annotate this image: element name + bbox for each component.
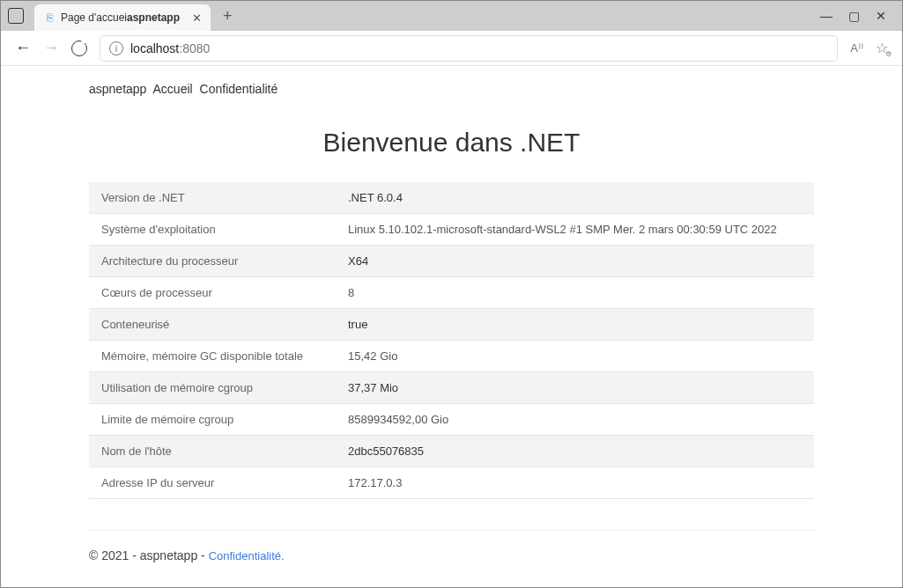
- row-key: Mémoire, mémoire GC disponible totale: [89, 341, 336, 372]
- footer-privacy-link[interactable]: Confidentialité.: [209, 549, 285, 562]
- row-value: 37,37 Mio: [336, 372, 814, 404]
- footer: © 2021 - aspnetapp - Confidentialité.: [89, 530, 814, 587]
- read-aloud-icon[interactable]: A⁾⁾: [850, 41, 863, 55]
- footer-text: © 2021 - aspnetapp -: [89, 548, 209, 562]
- row-key: Utilisation de mémoire cgroup: [89, 372, 336, 404]
- tab-close-icon[interactable]: ✕: [192, 11, 202, 25]
- table-row: Limite de mémoire cgroup8589934592,00 Gi…: [89, 404, 814, 436]
- row-value: true: [336, 309, 814, 341]
- browser-toolbar: ← → i localhost:8080 A⁾⁾ ☆: [1, 31, 902, 66]
- browser-tab[interactable]: ⎘ Page d'accueiaspnetapp ✕: [34, 4, 211, 31]
- table-row: Système d'exploitationLinux 5.10.102.1-m…: [89, 214, 814, 246]
- row-value: 15,42 Gio: [336, 341, 814, 372]
- brand-link[interactable]: aspnetapp: [89, 82, 146, 96]
- toolbar-right: A⁾⁾ ☆: [850, 40, 888, 56]
- page-content: aspnetapp Accueil Confidentialité Bienve…: [1, 66, 902, 587]
- favorites-icon[interactable]: ☆: [876, 40, 888, 56]
- window-controls: — ▢ ✕: [820, 9, 902, 23]
- close-window-button[interactable]: ✕: [876, 9, 886, 23]
- back-button[interactable]: ←: [15, 39, 31, 57]
- row-value: X64: [336, 246, 814, 277]
- nav-home-link[interactable]: Accueil: [153, 82, 193, 96]
- row-value: Linux 5.10.102.1-microsoft-standard-WSL2…: [336, 214, 814, 246]
- address-bar[interactable]: i localhost:8080: [100, 35, 838, 62]
- table-row: Adresse IP du serveur172.17.0.3: [89, 467, 814, 499]
- row-value: 8589934592,00 Gio: [336, 404, 814, 436]
- forward-button: →: [43, 39, 59, 57]
- tab-title-a: Page d'accuei: [61, 11, 127, 24]
- row-value: .NET 6.0.4: [336, 182, 814, 214]
- minimize-button[interactable]: —: [820, 9, 833, 23]
- row-value: 8: [336, 277, 814, 309]
- row-key: Conteneurisé: [89, 309, 336, 341]
- nav-privacy-link[interactable]: Confidentialité: [200, 82, 278, 96]
- new-tab-button[interactable]: +: [218, 7, 238, 26]
- site-info-icon[interactable]: i: [109, 41, 123, 55]
- tab-favicon-icon: ⎘: [43, 11, 56, 24]
- table-row: Mémoire, mémoire GC disponible totale15,…: [89, 341, 814, 372]
- url-port: :8080: [179, 41, 210, 55]
- row-value: 172.17.0.3: [336, 467, 814, 499]
- maximize-button[interactable]: ▢: [848, 9, 860, 23]
- table-row: Utilisation de mémoire cgroup37,37 Mio: [89, 372, 814, 404]
- tab-title-b: aspnetapp: [127, 11, 180, 24]
- row-key: Version de .NET: [89, 182, 336, 214]
- table-row: Cœurs de processeur8: [89, 277, 814, 309]
- url-text: localhost:8080: [130, 41, 210, 55]
- row-value: 2dbc55076835: [336, 436, 814, 467]
- table-row: Nom de l'hôte2dbc55076835: [89, 436, 814, 467]
- row-key: Adresse IP du serveur: [89, 467, 336, 499]
- info-table: Version de .NET.NET 6.0.4Système d'explo…: [89, 182, 814, 499]
- reload-button[interactable]: [71, 40, 87, 56]
- table-row: Version de .NET.NET 6.0.4: [89, 182, 814, 214]
- tab-title: Page d'accueiaspnetapp: [61, 11, 185, 24]
- table-row: Conteneurisétrue: [89, 309, 814, 341]
- table-row: Architecture du processeurX64: [89, 246, 814, 277]
- row-key: Architecture du processeur: [89, 246, 336, 277]
- row-key: Limite de mémoire cgroup: [89, 404, 336, 436]
- url-host: localhost: [130, 41, 179, 55]
- row-key: Système d'exploitation: [89, 214, 336, 246]
- row-key: Cœurs de processeur: [89, 277, 336, 309]
- nav-bar: aspnetapp Accueil Confidentialité: [89, 66, 814, 112]
- tab-manager-icon[interactable]: [8, 8, 24, 24]
- page-title: Bienvenue dans .NET: [89, 128, 814, 158]
- row-key: Nom de l'hôte: [89, 436, 336, 467]
- window-titlebar: ⎘ Page d'accueiaspnetapp ✕ + — ▢ ✕: [1, 1, 902, 31]
